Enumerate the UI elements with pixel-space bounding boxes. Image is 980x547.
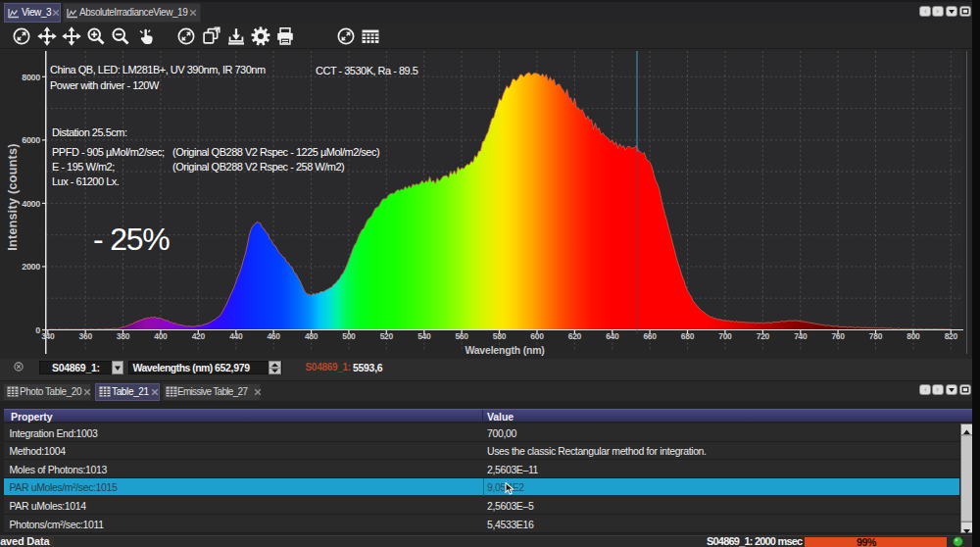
svg-text:500: 500 <box>342 331 356 341</box>
svg-text:6000: 6000 <box>22 135 40 145</box>
svg-text:CCT - 3530K, Ra - 89.5: CCT - 3530K, Ra - 89.5 <box>316 65 418 76</box>
svg-text:Wavelength (nm): Wavelength (nm) <box>465 344 544 356</box>
svg-text:680: 680 <box>681 331 695 341</box>
svg-text:Distation 25.5cm:: Distation 25.5cm: <box>52 126 127 138</box>
svg-text:Power with driver - 120W: Power with driver - 120W <box>50 79 160 91</box>
svg-text:480: 480 <box>305 331 318 341</box>
svg-text:360: 360 <box>79 331 93 341</box>
svg-text:4000: 4000 <box>22 199 40 209</box>
svg-text:640: 640 <box>606 331 619 341</box>
svg-text:420: 420 <box>192 331 206 341</box>
svg-text:580: 580 <box>493 331 507 341</box>
svg-text:2000: 2000 <box>22 262 40 272</box>
svg-text:740: 740 <box>794 331 808 341</box>
svg-text:780: 780 <box>869 331 883 341</box>
svg-text:380: 380 <box>117 331 130 341</box>
svg-text:600: 600 <box>530 331 544 341</box>
svg-text:620: 620 <box>568 331 582 341</box>
svg-text:720: 720 <box>757 331 770 341</box>
svg-text:(Original QB288 V2 Rspec - 258: (Original QB288 V2 Rspec - 258 W/m2) <box>172 161 344 173</box>
svg-text:Lux - 61200 Lx.: Lux - 61200 Lx. <box>52 175 120 187</box>
svg-text:460: 460 <box>267 331 280 341</box>
svg-text:520: 520 <box>380 331 394 341</box>
svg-text:- 25%: - 25% <box>93 222 170 257</box>
svg-text:800: 800 <box>906 331 920 341</box>
svg-text:660: 660 <box>643 331 657 341</box>
svg-text:400: 400 <box>154 331 168 341</box>
svg-text:China QB, LED: LM281B+, UV 390: China QB, LED: LM281B+, UV 390nm, IR 730… <box>50 64 266 75</box>
svg-text:340: 340 <box>41 331 55 341</box>
svg-text:820: 820 <box>945 331 958 341</box>
svg-text:Intensity (counts): Intensity (counts) <box>6 143 20 251</box>
svg-text:540: 540 <box>417 331 431 341</box>
svg-text:E - 195 W/m2;: E - 195 W/m2; <box>52 161 115 173</box>
svg-text:(Original QB288 V2 Rspec - 122: (Original QB288 V2 Rspec - 1225 µMol/m2/… <box>172 146 379 158</box>
svg-text:440: 440 <box>229 331 243 341</box>
svg-text:0: 0 <box>35 325 40 335</box>
svg-text:700: 700 <box>718 331 732 341</box>
svg-text:560: 560 <box>455 331 468 341</box>
svg-text:760: 760 <box>831 331 845 341</box>
svg-text:PPFD - 905 µMol/m2/sec;: PPFD - 905 µMol/m2/sec; <box>52 146 165 158</box>
svg-text:8000: 8000 <box>22 73 40 82</box>
